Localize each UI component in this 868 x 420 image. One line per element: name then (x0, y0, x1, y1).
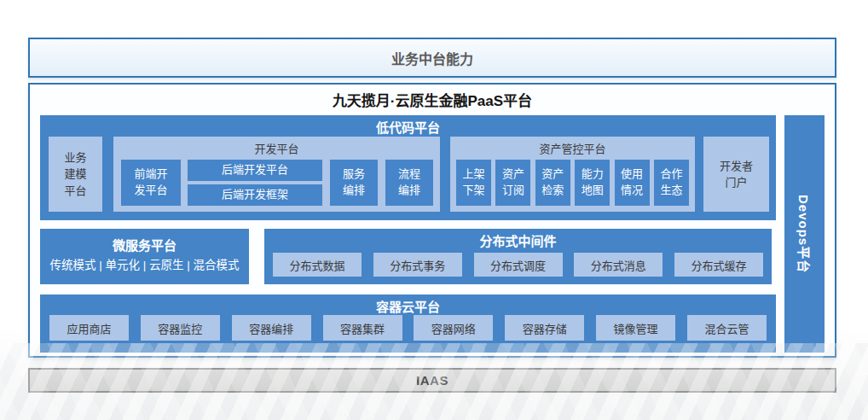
frontend-dev-platform-box: 前端开 发平台 (121, 160, 181, 206)
container-item-monitoring: 容器监控 (141, 315, 220, 341)
asset-control-platform-title: 资产管控平台 (450, 140, 695, 156)
middleware-item-scheduling: 分布式调度 (474, 253, 563, 277)
asset-item-search: 资产 检索 (535, 160, 570, 206)
container-item-cluster: 容器集群 (323, 315, 402, 341)
container-item-app-store: 应用商店 (49, 315, 129, 341)
backend-dev-platform-box: 后端开发平台 (188, 160, 322, 181)
devops-platform-label: Devops平台 (796, 195, 813, 273)
iaas-layer-bar: IAAS (28, 368, 836, 393)
container-item-orchestration: 容器编排 (232, 315, 311, 341)
service-orchestration-box: 服务 编排 (330, 160, 378, 206)
business-modeling-platform-box: 业务 建模 平台 (49, 137, 102, 212)
business-middle-platform-banner: 业务中台能力 (28, 38, 836, 78)
asset-item-subscription: 资产 订阅 (495, 160, 530, 206)
asset-items-row: 上架 下架 资产 订阅 资产 检索 能力 地图 使用 情况 合作 生态 (450, 160, 695, 206)
lowcode-platform-title: 低代码平台 (40, 118, 776, 136)
middleware-item-cache: 分布式缓存 (674, 253, 763, 277)
container-item-network: 容器网络 (414, 315, 493, 341)
middleware-item-transaction: 分布式事务 (373, 253, 462, 277)
middleware-item-messaging: 分布式消息 (574, 253, 663, 277)
microservice-platform-title: 微服务平台 (40, 236, 249, 254)
container-item-storage: 容器存储 (505, 315, 584, 341)
process-orchestration-box: 流程 编排 (385, 160, 433, 206)
distributed-middleware-title: 分布式中间件 (264, 231, 772, 249)
asset-item-usage: 使用 情况 (615, 160, 650, 206)
dev-platform-title: 开发平台 (113, 140, 440, 156)
asset-item-capability-map: 能力 地图 (575, 160, 610, 206)
lowcode-platform-box: 低代码平台 业务 建模 平台 开发平台 前端开 发平台 后端开发平台 后端开发框… (40, 115, 776, 220)
container-cloud-items-row: 应用商店 容器监控 容器编排 容器集群 容器网络 容器存储 镜像管理 混合云管 (40, 315, 776, 341)
developer-portal-box: 开发者 门户 (703, 137, 769, 212)
container-item-image-mgmt: 镜像管理 (596, 315, 675, 341)
asset-item-shelf: 上架 下架 (456, 160, 491, 206)
paas-container: 九天揽月·云原生金融PaaS平台 低代码平台 业务 建模 平台 开发平台 前端开… (28, 83, 836, 358)
container-cloud-platform-box: 容器云平台 应用商店 容器监控 容器编排 容器集群 容器网络 容器存储 镜像管理… (40, 295, 776, 353)
devops-platform-bar: Devops平台 (784, 115, 825, 353)
asset-item-ecosystem: 合作 生态 (654, 160, 689, 206)
asset-control-platform-panel: 资产管控平台 上架 下架 资产 订阅 资产 检索 能力 地图 使用 情况 合作 … (450, 137, 695, 212)
page-title: 九天揽月·云原生金融PaaS平台 (30, 89, 835, 110)
container-item-hybrid-cloud: 混合云管 (687, 315, 767, 341)
distributed-middleware-box: 分布式中间件 分布式数据 分布式事务 分布式调度 分布式消息 分布式缓存 (264, 229, 772, 284)
microservice-platform-box: 微服务平台 传统模式 | 单元化 | 云原生 | 混合模式 (40, 229, 249, 284)
architecture-diagram: 业务中台能力 九天揽月·云原生金融PaaS平台 低代码平台 业务 建模 平台 开… (0, 0, 868, 420)
banner-label: 业务中台能力 (391, 48, 473, 68)
middleware-item-data: 分布式数据 (273, 253, 362, 277)
backend-dev-framework-box: 后端开发框架 (188, 184, 322, 206)
dev-platform-panel: 开发平台 前端开 发平台 后端开发平台 后端开发框架 服务 编排 流程 编排 (113, 137, 440, 212)
middleware-items-row: 分布式数据 分布式事务 分布式调度 分布式消息 分布式缓存 (264, 253, 772, 277)
microservice-modes-label: 传统模式 | 单元化 | 云原生 | 混合模式 (40, 255, 249, 272)
iaas-label: IAAS (416, 373, 448, 388)
container-cloud-platform-title: 容器云平台 (40, 297, 776, 315)
